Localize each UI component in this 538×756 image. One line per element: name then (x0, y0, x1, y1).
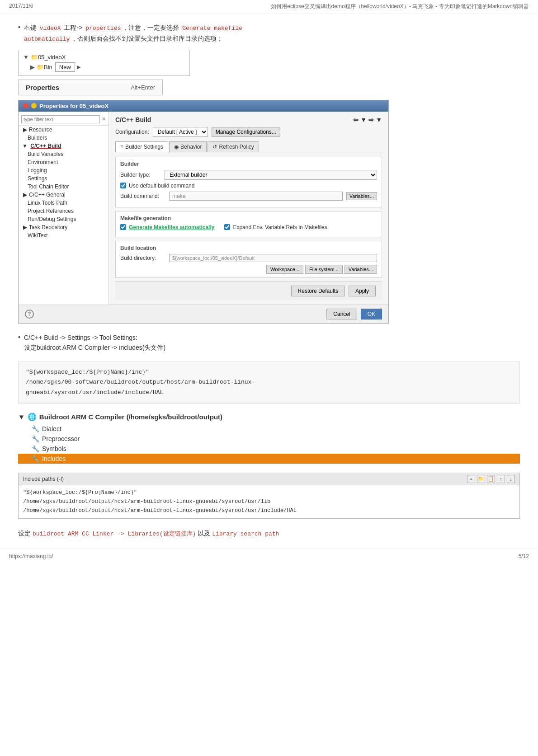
restore-defaults-button[interactable]: Restore Defaults (291, 286, 345, 296)
builder-type-select[interactable]: External builder (165, 170, 377, 180)
cancel-button[interactable]: Cancel (326, 309, 357, 319)
tab-behavior[interactable]: ◉ Behavior (169, 141, 207, 152)
label-resource: Resource (29, 127, 52, 133)
nav-dropdown-icon[interactable]: ▼ (360, 116, 367, 123)
build-command-label: Build command: (120, 193, 165, 199)
use-default-checkbox[interactable] (120, 183, 126, 188)
tab-builder-settings[interactable]: ≡ Builder Settings (115, 141, 168, 152)
code-line-3: gnueabi/sysroot/usr/include/include/HAL (26, 389, 163, 396)
properties-menu-shortcut: Alt+Enter (131, 84, 155, 91)
tree-bin-folder-icon: 📁 (37, 64, 44, 70)
footer-url[interactable]: https://maxiang.io/ (9, 553, 53, 559)
include-path-1: "${workspace_loc:/${ProjName}/inc}" (23, 488, 515, 497)
nav-arrow: ▶ (77, 64, 80, 70)
page-footer: https://maxiang.io/ 5/12 (0, 548, 538, 564)
sidebar-item-resource[interactable]: ▶ Resource (19, 126, 109, 134)
buildroot-arrow: ▼ (18, 413, 25, 421)
buildroot-title: Buildroot ARM C Compiler (/home/sgks/bui… (39, 413, 222, 421)
manage-configurations-button[interactable]: Manage Configurations... (212, 127, 280, 137)
buildroot-item-dialect[interactable]: 🔧 Dialect (18, 424, 520, 434)
label-builders: Builders (28, 135, 47, 141)
help-icon[interactable]: ? (25, 310, 34, 319)
variables-button[interactable]: Variables... (346, 192, 377, 200)
config-label: Configuration: (115, 129, 149, 135)
tree-item-bin[interactable]: ▶ 📁 Bin New ▶ (23, 61, 185, 73)
sidebar-item-settings[interactable]: Settings (19, 174, 109, 183)
sidebar-item-toolchain[interactable]: Tool Chain Editor (19, 183, 109, 191)
tree-arrow-1: ▼ (23, 54, 29, 61)
include-path-3: /home/sgks/buildroot/output/host/arm-bui… (23, 506, 515, 515)
bottom-code: buildroot ARM CC Linker -> Libraries(设定链… (33, 531, 196, 537)
file-system-button[interactable]: File system... (305, 265, 343, 274)
sidebar-item-task-repo[interactable]: ▶ Task Repository (19, 223, 109, 231)
apply-button[interactable]: Apply (349, 286, 376, 296)
makefile-section-label: Makefile generation (120, 215, 377, 221)
variables-button-2[interactable]: Variables... (345, 265, 377, 274)
tab-refresh-icon: ↺ (212, 144, 217, 150)
label-general: C/C++ General (29, 192, 66, 198)
sidebar-item-linux-tools[interactable]: Linux Tools Path (19, 199, 109, 207)
buildroot-header: ▼ 🌐 Buildroot ARM C Compiler (/home/sgks… (18, 413, 520, 421)
sidebar-item-builders[interactable]: Builders (19, 134, 109, 142)
expand-env-checkbox[interactable] (224, 224, 230, 230)
tab-radio-icon: ◉ (174, 144, 179, 150)
build-command-row: Build command: Variables... (120, 192, 377, 201)
main-title-text: C/C++ Build (115, 116, 151, 123)
buildroot-item-preprocessor[interactable]: 🔧 Preprocessor (18, 434, 520, 444)
tree-bin-label: Bin (44, 64, 52, 70)
buildroot-item-includes[interactable]: 🔧 Includes (18, 454, 520, 464)
nav-back-icon[interactable]: ⇦ (353, 116, 359, 123)
sidebar-item-run-debug[interactable]: Run/Debug Settings (19, 215, 109, 223)
sidebar-item-wikitext[interactable]: WikiText (19, 231, 109, 239)
main-title-row: C/C++ Build ⇦ ▼ ⇨ ▼ (115, 116, 382, 123)
generate-makefiles-checkbox[interactable] (120, 224, 126, 230)
nav-dropdown2-icon[interactable]: ▼ (376, 116, 382, 123)
buildroot-section: ▼ 🌐 Buildroot ARM C Compiler (/home/sgks… (18, 413, 520, 464)
build-command-input[interactable] (169, 192, 343, 201)
nav-forward-icon[interactable]: ⇨ (368, 116, 374, 123)
include-icon-5[interactable]: ↓ (507, 475, 515, 483)
label-environment: Environment (28, 159, 58, 165)
sidebar-item-logging[interactable]: Logging (19, 166, 109, 174)
tree-item-project[interactable]: ▼ 📁 05_videoX (23, 53, 185, 61)
arrow-resource: ▶ (23, 127, 27, 133)
tree-folder-icon: 📁 (31, 54, 38, 61)
include-panel-toolbar: + 📁 📋 ↑ ↓ (467, 475, 515, 483)
bullet-item-2-inner: • C/C++ Build -> Settings -> Tool Settin… (18, 333, 520, 353)
minimize-circle[interactable] (31, 103, 37, 108)
sidebar-item-general[interactable]: ▶ C/C++ General (19, 191, 109, 199)
config-select[interactable]: Default [ Active ] (153, 127, 208, 137)
ok-button[interactable]: OK (361, 309, 382, 319)
filter-clear-icon[interactable]: ✕ (102, 116, 106, 122)
sidebar-filter[interactable]: ✕ (19, 113, 109, 126)
sidebar-item-project-refs[interactable]: Project References (19, 207, 109, 215)
bullet-item-2: • C/C++ Build -> Settings -> Tool Settin… (18, 333, 520, 353)
tab-behavior-label: Behavior (180, 144, 202, 150)
arrow-build: ▼ (22, 143, 28, 149)
include-icon-2[interactable]: 📁 (477, 475, 485, 483)
sidebar-item-build-variables[interactable]: Build Variables (19, 150, 109, 158)
builder-section: Builder Builder type: External builder U… (115, 157, 382, 207)
use-default-label: Use default build command (129, 183, 194, 189)
dialog-restore-apply-row: Restore Defaults Apply (115, 282, 382, 300)
build-directory-input[interactable] (169, 254, 377, 262)
symbols-icon: 🔧 (32, 445, 39, 452)
include-icon-4[interactable]: ↑ (497, 475, 505, 483)
label-toolchain: Tool Chain Editor (28, 183, 69, 190)
workspace-button[interactable]: Workspace... (266, 265, 303, 274)
filter-input[interactable] (21, 115, 100, 123)
properties-menu[interactable]: Properties Alt+Enter (18, 80, 163, 95)
bottom-section: 设定 buildroot ARM CC Linker -> Libraries(… (18, 528, 520, 539)
close-circle[interactable] (23, 103, 28, 108)
include-icon-1[interactable]: + (467, 475, 475, 483)
include-icon-3[interactable]: 📋 (487, 475, 495, 483)
includes-icon: 🔧 (32, 455, 39, 462)
preprocessor-label: Preprocessor (42, 435, 80, 442)
sidebar-group-build[interactable]: ▼ C/C++ Build (19, 142, 109, 150)
sidebar-item-environment[interactable]: Environment (19, 158, 109, 166)
tab-builder-settings-label: Builder Settings (125, 144, 163, 150)
bullet-text-2: C/C++ Build -> Settings -> Tool Settings… (24, 333, 165, 353)
tab-refresh-policy[interactable]: ↺ Refresh Policy (208, 141, 259, 152)
buildroot-item-symbols[interactable]: 🔧 Symbols (18, 444, 520, 454)
new-badge[interactable]: New (55, 62, 75, 72)
